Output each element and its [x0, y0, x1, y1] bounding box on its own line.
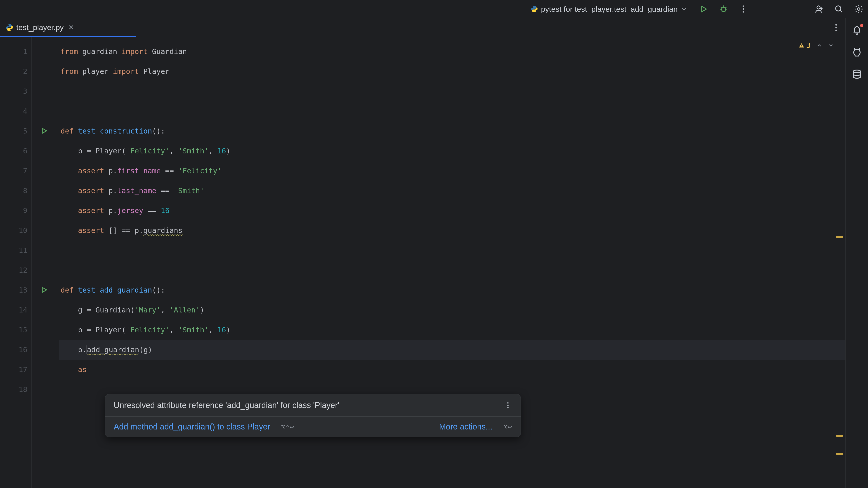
- notifications-icon[interactable]: [851, 25, 862, 36]
- warning-marker[interactable]: [836, 435, 843, 437]
- debug-button[interactable]: [719, 4, 728, 14]
- line-number: 15: [0, 320, 27, 340]
- warning-count: 3: [806, 41, 811, 50]
- line-number: 14: [0, 300, 27, 320]
- code-line[interactable]: assert [] == p.guardians: [59, 221, 845, 240]
- line-number: 9: [0, 201, 27, 221]
- code-line[interactable]: p = Player('Felicity', 'Smith', 16): [59, 141, 845, 161]
- error-stripe[interactable]: [837, 37, 843, 488]
- toolbar-actions: [699, 4, 864, 14]
- warning-marker[interactable]: [836, 236, 843, 238]
- line-number: 4: [0, 101, 27, 121]
- line-number: 16: [0, 340, 27, 360]
- code-line[interactable]: from player import Player: [59, 61, 845, 81]
- svg-point-4: [817, 6, 820, 9]
- database-icon[interactable]: [851, 69, 862, 80]
- chevron-down-icon: [681, 6, 687, 12]
- svg-point-0: [721, 7, 725, 11]
- code-line[interactable]: [59, 101, 845, 121]
- more-actions-icon[interactable]: [739, 4, 748, 14]
- run-button[interactable]: [699, 4, 708, 14]
- right-tool-rail: [845, 18, 868, 488]
- line-number: 17: [0, 360, 27, 380]
- line-number: 10: [0, 221, 27, 240]
- inspection-popup: Unresolved attribute reference 'add_guar…: [105, 394, 521, 437]
- code-line[interactable]: g = Guardian('Mary', 'Allen'): [59, 300, 845, 320]
- line-number: 2: [0, 61, 27, 81]
- svg-point-6: [857, 8, 860, 10]
- line-number: 6: [0, 141, 27, 161]
- tab-close-icon[interactable]: ✕: [68, 24, 74, 31]
- run-gutter: [32, 37, 59, 488]
- code-line[interactable]: assert p.first_name == 'Felicity': [59, 161, 845, 181]
- file-tab[interactable]: test_player.py ✕: [0, 18, 80, 37]
- python-file-icon: [6, 24, 13, 31]
- line-number: 18: [0, 380, 27, 399]
- line-number: 3: [0, 81, 27, 101]
- svg-point-7: [835, 24, 837, 26]
- svg-point-3: [743, 11, 744, 13]
- line-number: 7: [0, 161, 27, 181]
- svg-point-2: [743, 8, 744, 10]
- ai-assistant-icon[interactable]: [851, 47, 862, 58]
- tab-more-icon[interactable]: [831, 23, 841, 32]
- fix-shortcut: ⌥⇧↩: [281, 422, 294, 431]
- svg-point-8: [835, 27, 837, 28]
- more-actions-link[interactable]: More actions...: [439, 422, 492, 431]
- code-line[interactable]: [59, 240, 845, 260]
- code-line[interactable]: assert p.jersey == 16: [59, 201, 845, 221]
- warning-icon: 3: [798, 41, 811, 50]
- code-line[interactable]: assert p.last_name == 'Smith': [59, 181, 845, 201]
- svg-point-10: [853, 70, 861, 73]
- python-icon: [531, 6, 538, 12]
- main-toolbar: pytest for test_player.test_add_guardian: [0, 0, 868, 18]
- svg-point-9: [835, 29, 837, 31]
- svg-point-13: [507, 407, 508, 409]
- line-number: 12: [0, 260, 27, 280]
- code-line[interactable]: def test_construction():: [59, 121, 845, 141]
- popup-more-icon[interactable]: [504, 401, 512, 410]
- run-configuration-selector[interactable]: pytest for test_player.test_add_guardian: [527, 3, 691, 15]
- code-line[interactable]: [59, 260, 845, 280]
- inspection-message: Unresolved attribute reference 'add_guar…: [114, 400, 339, 410]
- inspection-widget[interactable]: 3: [798, 41, 834, 50]
- line-number: 8: [0, 181, 27, 201]
- line-number: 5: [0, 121, 27, 141]
- run-test-gutter-icon[interactable]: [40, 127, 49, 135]
- run-configuration-label: pytest for test_player.test_add_guardian: [541, 5, 678, 13]
- svg-point-11: [507, 402, 508, 404]
- run-test-gutter-icon[interactable]: [40, 286, 49, 294]
- line-number-gutter: 123456789101112131415161718: [0, 37, 32, 488]
- more-shortcut: ⌥↩: [503, 422, 512, 431]
- prev-highlight-icon[interactable]: [816, 42, 822, 48]
- line-number: 1: [0, 41, 27, 61]
- quick-fix-add-method[interactable]: Add method add_guardian() to class Playe…: [114, 422, 270, 431]
- code-with-me-icon[interactable]: [814, 4, 824, 14]
- code-line[interactable]: as: [59, 360, 845, 380]
- warning-marker[interactable]: [836, 453, 843, 455]
- code-line[interactable]: p.add_guardian(g): [59, 340, 845, 360]
- svg-point-1: [743, 5, 744, 7]
- line-number: 11: [0, 240, 27, 260]
- code-line[interactable]: p = Player('Felicity', 'Smith', 16): [59, 320, 845, 340]
- settings-icon[interactable]: [854, 4, 864, 14]
- svg-point-5: [836, 6, 841, 11]
- notification-dot: [860, 24, 863, 27]
- code-line[interactable]: from guardian import Guardian: [59, 41, 845, 61]
- search-everywhere-icon[interactable]: [834, 4, 844, 14]
- code-line[interactable]: def test_add_guardian():: [59, 280, 845, 300]
- line-number: 13: [0, 280, 27, 300]
- svg-point-12: [507, 404, 508, 406]
- next-highlight-icon[interactable]: [828, 42, 834, 48]
- code-line[interactable]: [59, 81, 845, 101]
- editor-tabs: test_player.py ✕: [0, 18, 845, 37]
- tab-filename: test_player.py: [16, 23, 64, 32]
